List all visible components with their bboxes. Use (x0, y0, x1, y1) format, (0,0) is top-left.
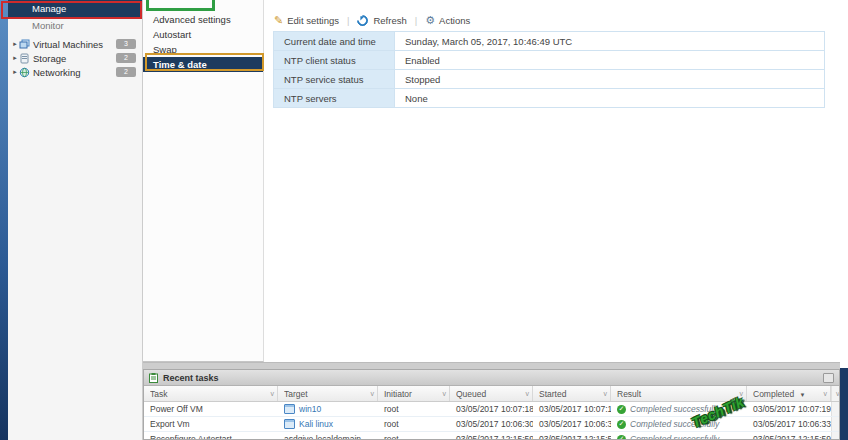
refresh-button[interactable]: Refresh (357, 15, 406, 26)
recent-tasks-panel: Recent tasks Task v Target v Initiator v… (143, 369, 840, 440)
task-started: 03/05/2017 10:07:18 (533, 404, 611, 414)
table-row: NTP servers None (274, 89, 825, 108)
column-header-queued[interactable]: Queued v (450, 386, 533, 401)
pencil-icon: ✎ (274, 14, 283, 27)
result-text: Completed successfully (630, 434, 719, 440)
setting-label: Current date and time (274, 32, 395, 51)
storage-icon (19, 53, 30, 64)
column-header-result[interactable]: Result v (611, 386, 747, 401)
actions-label: Actions (439, 15, 470, 26)
task-name: Power Off VM (144, 404, 278, 414)
chevron-down-icon[interactable]: v (271, 390, 275, 397)
column-label: Task (150, 389, 269, 399)
tree-item-virtual-machines[interactable]: ▸ Virtual Machines 3 (8, 37, 142, 51)
count-badge: 2 (116, 53, 136, 63)
tasks-icon (149, 373, 158, 383)
scrollbar-track[interactable] (831, 417, 839, 431)
chevron-down-icon[interactable]: v (836, 390, 840, 397)
task-name: Export Vm (144, 419, 278, 429)
chevron-down-icon[interactable]: v (604, 390, 608, 397)
time-settings-table: Current date and time Sunday, March 05, … (273, 31, 825, 108)
nav-item-advanced-settings[interactable]: Advanced settings (143, 12, 263, 27)
column-label: Completed (753, 389, 794, 399)
column-header-target[interactable]: Target v (278, 386, 378, 401)
task-target: win10 (278, 404, 378, 414)
setting-value: Sunday, March 05, 2017, 10:46:49 UTC (395, 32, 825, 51)
task-row[interactable]: Reconfigure Autostart asdqive.localdomai… (144, 432, 839, 440)
actions-button[interactable]: ⚙ Actions (425, 15, 470, 26)
network-globe-icon (19, 67, 30, 78)
sidebar-item-monitor[interactable]: Monitor (8, 17, 142, 34)
task-target: asdqive.localdomain (278, 434, 378, 440)
task-completed: 03/05/2017 12:15:59 (747, 434, 831, 440)
expand-arrow-icon[interactable]: ▸ (11, 68, 19, 76)
setting-value: Enabled (395, 51, 825, 70)
chevron-down-icon[interactable]: v (824, 390, 828, 397)
task-initiator: root (378, 419, 450, 429)
target-link[interactable]: win10 (299, 404, 321, 414)
success-check-icon: ✓ (617, 405, 626, 414)
nav-item-autostart[interactable]: Autostart (143, 27, 263, 42)
panel-maximize-icon[interactable] (823, 373, 834, 383)
task-name: Reconfigure Autostart (144, 434, 278, 440)
success-check-icon: ✓ (617, 420, 626, 429)
content-toolbar: ✎ Edit settings | Refresh | ⚙ Actions (274, 12, 848, 28)
expand-arrow-icon[interactable]: ▸ (11, 40, 19, 48)
edit-settings-button[interactable]: ✎ Edit settings (274, 14, 339, 27)
column-header-stub[interactable]: v (831, 386, 839, 401)
tree-item-label: Storage (33, 53, 66, 64)
column-header-completed[interactable]: Completed ▼ v (747, 386, 831, 401)
refresh-label: Refresh (373, 15, 406, 26)
task-result: ✓ Completed successfully (611, 419, 747, 429)
column-header-task[interactable]: Task v (144, 386, 278, 401)
task-row[interactable]: Power Off VM win10 root 03/05/2017 10:07… (144, 402, 839, 417)
column-label: Target (284, 389, 369, 399)
tree-item-label: Virtual Machines (33, 39, 103, 50)
column-header-started[interactable]: Started v (533, 386, 611, 401)
chevron-down-icon[interactable]: v (371, 390, 375, 397)
panel-splitter[interactable] (143, 362, 840, 369)
chevron-down-icon[interactable]: v (526, 390, 530, 397)
setting-label: NTP client status (274, 51, 395, 70)
task-completed: 03/05/2017 10:07:19 (747, 404, 831, 414)
recent-tasks-titlebar[interactable]: Recent tasks (144, 370, 839, 386)
chevron-down-icon[interactable]: v (740, 390, 744, 397)
toolbar-divider: | (415, 15, 417, 26)
chevron-down-icon[interactable]: v (443, 390, 447, 397)
tasks-header-row: Task v Target v Initiator v Queued v Sta… (144, 386, 839, 402)
setting-value: Stopped (395, 70, 825, 89)
sort-desc-icon: ▼ (799, 392, 805, 398)
expand-arrow-icon[interactable]: ▸ (11, 54, 19, 62)
task-queued: 03/05/2017 10:06:30 (450, 419, 533, 429)
vm-icon (284, 404, 295, 414)
sidebar-item-manage[interactable]: Manage (8, 0, 142, 17)
nav-item-time-date[interactable]: Time & date (143, 57, 263, 72)
task-initiator: root (378, 404, 450, 414)
refresh-icon (355, 12, 371, 28)
task-started: 03/05/2017 12:15:59 (533, 434, 611, 440)
column-header-initiator[interactable]: Initiator v (378, 386, 450, 401)
toolbar-divider: | (347, 15, 349, 26)
table-row: NTP client status Enabled (274, 51, 825, 70)
task-queued: 03/05/2017 12:15:59 (450, 434, 533, 440)
inventory-tree: ▸ Virtual Machines 3 ▸ Storage 2 (8, 37, 142, 79)
task-row[interactable]: Export Vm Kali linux root 03/05/2017 10:… (144, 417, 839, 432)
desktop-edge-right (840, 368, 848, 440)
vm-icon (284, 419, 295, 429)
esxi-host-client-window: Manage Monitor ▸ Virtual Machines 3 ▸ (0, 0, 848, 440)
scrollbar-track[interactable] (831, 432, 839, 440)
tree-item-label: Networking (33, 67, 81, 78)
setting-value: None (395, 89, 825, 108)
tree-item-networking[interactable]: ▸ Networking 2 (8, 65, 142, 79)
result-text: Completed successfully (630, 419, 719, 429)
edit-settings-label: Edit settings (287, 15, 339, 26)
setting-label: NTP service status (274, 70, 395, 89)
column-label: Result (617, 389, 738, 399)
tree-item-storage[interactable]: ▸ Storage 2 (8, 51, 142, 65)
target-link[interactable]: Kali linux (299, 419, 333, 429)
nav-item-swap[interactable]: Swap (143, 42, 263, 57)
desktop-edge-left (0, 0, 8, 440)
scrollbar-track[interactable] (831, 402, 839, 416)
result-text: Completed successfully (630, 404, 719, 414)
task-started: 03/05/2017 10:06:30 (533, 419, 611, 429)
